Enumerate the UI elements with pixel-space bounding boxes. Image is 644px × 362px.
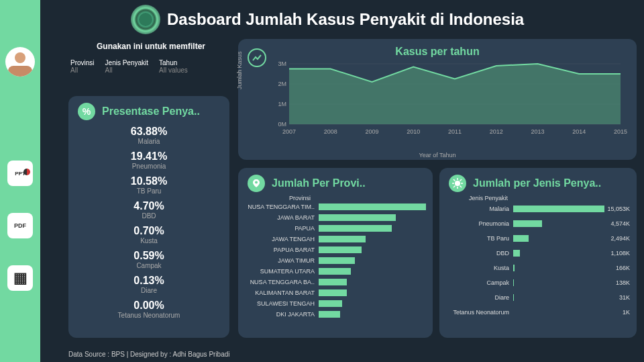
card-provinsi: Jumlah Per Provi.. Provinsi NUSA TENGGAR… bbox=[238, 168, 433, 338]
jenis-bar-value: 15,053K bbox=[604, 206, 630, 212]
jenis-bar-value: 4,574K bbox=[608, 220, 630, 227]
provinsi-label: JAWA TENGAH bbox=[245, 236, 319, 242]
avatar[interactable] bbox=[5, 47, 35, 77]
filter-provinsi-value: All bbox=[70, 66, 95, 74]
percent-icon: % bbox=[78, 103, 95, 120]
svg-line-26 bbox=[460, 179, 462, 181]
provinsi-label: KALIMANTAN BARAT bbox=[245, 289, 319, 296]
jenis-label: Campak bbox=[446, 279, 513, 286]
presentase-item: 0.00%Tetanus Neonatorum bbox=[68, 297, 229, 322]
svg-point-18 bbox=[455, 181, 460, 186]
area-chart[interactable]: 0M1M2M3M20072008200920102011201220132014… bbox=[265, 46, 627, 142]
jenis-bar-row: Pneumonia4,574K bbox=[439, 216, 637, 231]
provinsi-label: PAPUA BARAT bbox=[245, 246, 319, 253]
filter-jenis[interactable]: Jenis Penyakit All bbox=[105, 59, 148, 74]
provinsi-label: JAWA BARAT bbox=[245, 214, 319, 221]
svg-text:2009: 2009 bbox=[365, 128, 378, 135]
jenis-column-header: Jenis Penyakit bbox=[439, 195, 637, 201]
jenis-bar-value: 1K bbox=[620, 309, 630, 316]
jenis-bar-row: TB Paru2,494K bbox=[439, 231, 637, 246]
card-jenis-title: Jumlah per Jenis Penya.. bbox=[473, 177, 601, 189]
svg-line-25 bbox=[453, 186, 455, 188]
trend-icon bbox=[248, 48, 266, 67]
jenis-bar-row: Campak138K bbox=[439, 275, 637, 290]
jenis-label: Malaria bbox=[446, 206, 513, 212]
provinsi-label: NUSA TENGGARA TIM.. bbox=[245, 203, 319, 210]
presentase-value: 63.88% bbox=[68, 126, 229, 138]
svg-text:2007: 2007 bbox=[282, 128, 296, 135]
jenis-label: Tetanus Neonatorum bbox=[446, 309, 513, 316]
svg-text:2013: 2013 bbox=[531, 128, 544, 135]
provinsi-bar-row: PAPUA BARAT bbox=[238, 244, 433, 255]
footer-text: Data Source : BPS | Designed by : Adhi B… bbox=[68, 351, 230, 358]
provinsi-label: SUMATERA UTARA bbox=[245, 268, 319, 275]
presentase-item: 0.70%Kusta bbox=[68, 222, 229, 247]
sidebar bbox=[0, 0, 40, 362]
location-icon bbox=[248, 175, 265, 192]
presentase-value: 0.00% bbox=[68, 300, 229, 312]
card-jenis: Jumlah per Jenis Penya.. Jenis Penyakit … bbox=[439, 168, 637, 338]
jenis-label: TB Paru bbox=[446, 235, 513, 242]
provinsi-bar-row: JAWA BARAT bbox=[238, 212, 433, 223]
svg-text:1M: 1M bbox=[278, 101, 286, 107]
presentase-label: TB Paru bbox=[68, 187, 229, 195]
jenis-label: Diare bbox=[446, 294, 513, 301]
provinsi-label: NUSA TENGGARA BA.. bbox=[245, 279, 319, 285]
svg-text:2008: 2008 bbox=[324, 128, 337, 135]
presentase-value: 0.59% bbox=[68, 250, 229, 262]
presentase-label: Tetanus Neonatorum bbox=[68, 312, 229, 319]
jenis-bar-row: Diare31K bbox=[439, 290, 637, 305]
filter-panel: Gunakan ini untuk memfilter Provinsi All… bbox=[70, 42, 231, 74]
table-view-button[interactable] bbox=[7, 265, 33, 291]
svg-text:0M: 0M bbox=[278, 121, 286, 128]
presentase-value: 10.58% bbox=[68, 175, 229, 187]
presentase-value: 4.70% bbox=[68, 200, 229, 212]
svg-text:2M: 2M bbox=[278, 81, 286, 87]
svg-text:3M: 3M bbox=[278, 60, 286, 67]
export-ppt-button[interactable] bbox=[7, 161, 33, 186]
filter-title: Gunakan ini untuk memfilter bbox=[70, 42, 231, 51]
presentase-label: Diare bbox=[68, 287, 229, 294]
jenis-bar-value: 166K bbox=[613, 265, 630, 271]
svg-point-17 bbox=[255, 181, 258, 184]
svg-line-24 bbox=[460, 186, 462, 188]
filter-tahun-value: All values bbox=[159, 66, 188, 74]
header: Dasboard Jumlah Kasus Penyakit di Indone… bbox=[40, 0, 644, 34]
filter-tahun[interactable]: Tahun All values bbox=[159, 59, 188, 74]
presentase-item: 0.13%Diare bbox=[68, 272, 229, 297]
presentase-item: 10.58%TB Paru bbox=[68, 173, 229, 197]
jenis-label: Pneumonia bbox=[446, 220, 513, 227]
svg-text:2010: 2010 bbox=[407, 128, 420, 135]
presentase-item: 19.41%Pneumonia bbox=[68, 148, 229, 173]
provinsi-label: PAPUA bbox=[245, 225, 319, 232]
svg-text:2015: 2015 bbox=[614, 128, 627, 135]
jenis-bar-value: 2,494K bbox=[608, 235, 630, 242]
presentase-item: 63.88%Malaria bbox=[68, 123, 229, 148]
provinsi-bar-row: SUMATERA UTARA bbox=[238, 266, 433, 277]
page-title: Dasboard Jumlah Kasus Penyakit di Indone… bbox=[167, 10, 524, 29]
card-provinsi-title: Jumlah Per Provi.. bbox=[272, 177, 366, 189]
x-axis-label: Year of Tahun bbox=[419, 152, 455, 159]
provinsi-label: DKI JAKARTA bbox=[245, 311, 319, 318]
export-pdf-button[interactable] bbox=[7, 213, 33, 238]
jenis-label: DBD bbox=[446, 250, 513, 257]
virus-small-icon bbox=[449, 175, 466, 192]
provinsi-bar-row: NUSA TENGGARA BA.. bbox=[238, 277, 433, 287]
presentase-item: 4.70%DBD bbox=[68, 197, 229, 222]
presentase-label: Pneumonia bbox=[68, 163, 229, 170]
jenis-bar-chart[interactable]: Malaria15,053KPneumonia4,574KTB Paru2,49… bbox=[439, 201, 637, 320]
jenis-bar-row: DBD1,108K bbox=[439, 246, 637, 261]
jenis-label: Kusta bbox=[446, 265, 513, 271]
presentase-label: Malaria bbox=[68, 138, 229, 145]
card-tahun: Kasus per tahun Jumlah Kasus 0M1M2M3M200… bbox=[238, 39, 637, 160]
provinsi-bar-row: SULAWESI TENGAH bbox=[238, 298, 433, 309]
jenis-bar-value: 31K bbox=[616, 294, 630, 301]
provinsi-bar-chart[interactable]: NUSA TENGGARA TIM..JAWA BARATPAPUAJAWA T… bbox=[238, 201, 433, 320]
provinsi-bar-row: JAWA TIMUR bbox=[238, 255, 433, 266]
jenis-bar-value: 138K bbox=[613, 279, 630, 286]
filter-provinsi[interactable]: Provinsi All bbox=[70, 59, 95, 74]
svg-text:2012: 2012 bbox=[490, 128, 503, 135]
provinsi-bar-row: DKI JAKARTA bbox=[238, 309, 433, 320]
provinsi-label: SULAWESI TENGAH bbox=[245, 300, 319, 307]
provinsi-bar-row: JAWA TENGAH bbox=[238, 234, 433, 244]
